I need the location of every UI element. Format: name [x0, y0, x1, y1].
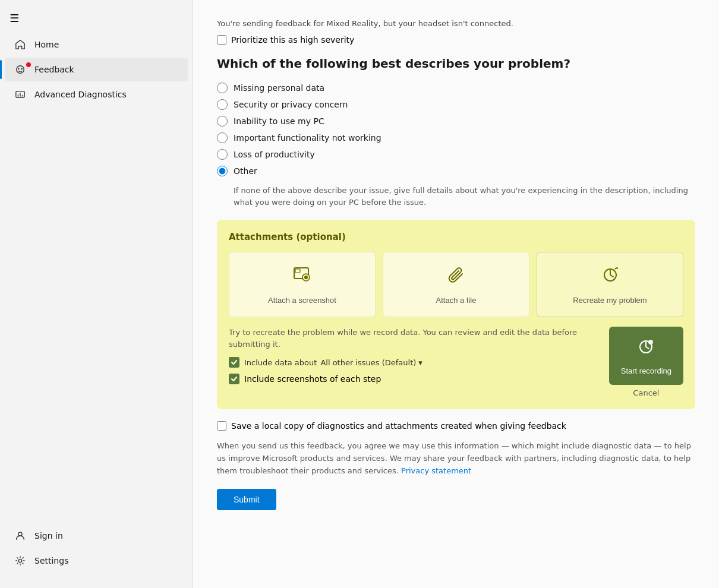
sidebar-item-home-label: Home	[34, 40, 59, 49]
record-icon	[635, 336, 657, 362]
radio-productivity-label[interactable]: Loss of productivity	[234, 150, 315, 159]
sidebar-bottom: Sign in Settings	[0, 523, 193, 583]
radio-inability[interactable]	[217, 116, 228, 127]
sidebar-nav: Home Feedback	[0, 31, 193, 523]
attach-file-label: Attach a file	[436, 296, 477, 305]
sidebar-item-advanced-diagnostics-label: Advanced Diagnostics	[34, 90, 127, 99]
sidebar-item-sign-in[interactable]: Sign in	[5, 524, 188, 548]
high-severity-checkbox[interactable]	[217, 35, 226, 45]
attach-screenshot-button[interactable]: Attach a screenshot	[229, 252, 376, 317]
include-data-label: Include data about	[244, 358, 317, 367]
sidebar-item-feedback-label: Feedback	[34, 65, 74, 74]
include-data-option: Include data about All other issues (Def…	[229, 357, 600, 368]
radio-option-inability[interactable]: Inability to use my PC	[217, 116, 695, 127]
data-dropdown-value: All other issues (Default)	[320, 358, 416, 367]
radio-other[interactable]	[217, 166, 228, 176]
radio-inability-label[interactable]: Inability to use my PC	[234, 116, 324, 126]
sidebar-item-sign-in-label: Sign in	[34, 531, 63, 540]
include-data-row: Include data about All other issues (Def…	[244, 358, 422, 367]
radio-security[interactable]	[217, 99, 228, 110]
attachments-box: Attachments (optional) Attach a screensh…	[217, 220, 695, 409]
sign-in-icon	[14, 530, 26, 542]
recreate-problem-label: Recreate my problem	[573, 296, 647, 305]
attachment-buttons: Attach a screenshot Attach a file	[229, 252, 683, 317]
recreate-problem-button[interactable]: Recreate my problem	[537, 252, 683, 317]
settings-icon	[14, 555, 26, 567]
radio-option-missing-data[interactable]: Missing personal data	[217, 83, 695, 93]
diagnostics-icon	[14, 88, 26, 100]
section-title: Which of the following best describes yo…	[217, 56, 695, 71]
svg-point-2	[21, 68, 23, 70]
attach-file-button[interactable]: Attach a file	[383, 252, 529, 317]
data-dropdown[interactable]: All other issues (Default) ▾	[320, 358, 422, 367]
start-recording-button[interactable]: Start recording	[609, 327, 683, 385]
radio-missing-data[interactable]	[217, 83, 228, 93]
feedback-icon	[14, 64, 26, 75]
save-copy-checkbox[interactable]	[217, 421, 226, 431]
include-data-checkbox[interactable]	[229, 357, 239, 368]
other-description: If none of the above describe your issue…	[234, 185, 695, 208]
svg-point-11	[304, 276, 308, 279]
svg-point-15	[648, 340, 653, 344]
cancel-link[interactable]: Cancel	[633, 388, 659, 397]
main-content: You're sending feedback for Mixed Realit…	[193, 0, 719, 588]
radio-option-other[interactable]: Other	[217, 166, 695, 176]
sidebar: ☰ Home Feedback	[0, 0, 193, 588]
radio-functionality-label[interactable]: Important functionality not working	[234, 133, 381, 143]
svg-point-0	[17, 66, 24, 74]
privacy-text: When you send us this feedback, you agre…	[217, 440, 695, 477]
svg-point-1	[18, 68, 20, 70]
save-copy-label[interactable]: Save a local copy of diagnostics and att…	[231, 421, 566, 431]
svg-rect-12	[295, 269, 300, 273]
attach-file-icon	[446, 264, 467, 290]
sidebar-item-feedback[interactable]: Feedback	[5, 58, 188, 81]
radio-missing-data-label[interactable]: Missing personal data	[234, 83, 324, 93]
recreate-description: Try to recreate the problem while we rec…	[229, 327, 600, 350]
radio-option-security[interactable]: Security or privacy concern	[217, 99, 695, 110]
save-copy-row: Save a local copy of diagnostics and att…	[217, 421, 695, 431]
radio-group: Missing personal data Security or privac…	[217, 83, 695, 208]
notification-dot	[26, 62, 31, 67]
hamburger-button[interactable]: ☰	[0, 5, 193, 31]
include-screenshots-option: Include screenshots of each step	[229, 374, 600, 384]
chevron-down-icon: ▾	[418, 358, 422, 367]
attach-screenshot-label: Attach a screenshot	[268, 296, 336, 305]
recreate-section: Try to recreate the problem while we rec…	[229, 327, 683, 397]
radio-productivity[interactable]	[217, 149, 228, 160]
include-screenshots-checkbox[interactable]	[229, 374, 239, 384]
radio-functionality[interactable]	[217, 132, 228, 143]
include-screenshots-label: Include screenshots of each step	[244, 374, 381, 384]
start-recording-label: Start recording	[621, 366, 671, 375]
hamburger-icon: ☰	[10, 12, 19, 24]
screenshot-icon	[292, 264, 313, 290]
home-icon	[14, 39, 26, 50]
radio-option-productivity[interactable]: Loss of productivity	[217, 149, 695, 160]
record-btn-wrapper: Start recording Cancel	[609, 327, 683, 397]
svg-point-8	[18, 559, 21, 562]
recreate-info: Try to recreate the problem while we rec…	[229, 327, 600, 390]
sidebar-item-settings[interactable]: Settings	[5, 549, 188, 573]
high-severity-label[interactable]: Prioritize this as high severity	[231, 35, 354, 45]
radio-security-label[interactable]: Security or privacy concern	[234, 100, 348, 109]
recreate-icon	[600, 264, 621, 290]
attachments-title: Attachments (optional)	[229, 232, 683, 242]
notice-text: You're sending feedback for Mixed Realit…	[217, 19, 695, 28]
privacy-statement-link[interactable]: Privacy statement	[401, 466, 471, 475]
sidebar-item-settings-label: Settings	[34, 556, 68, 565]
submit-button[interactable]: Submit	[217, 489, 276, 510]
radio-option-functionality[interactable]: Important functionality not working	[217, 132, 695, 143]
high-severity-row: Prioritize this as high severity	[217, 35, 695, 45]
sidebar-item-advanced-diagnostics[interactable]: Advanced Diagnostics	[5, 83, 188, 106]
sidebar-item-home[interactable]: Home	[5, 33, 188, 56]
radio-other-label[interactable]: Other	[234, 166, 257, 176]
